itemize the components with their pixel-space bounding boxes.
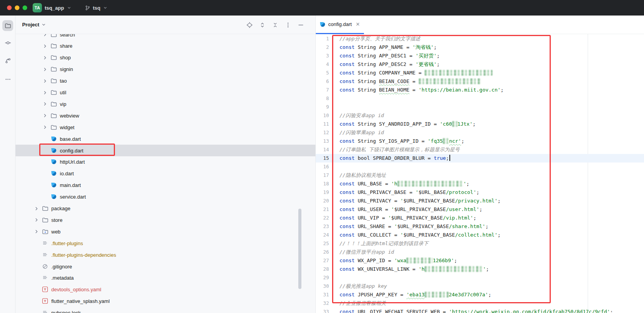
tree-item-signin[interactable]: signin xyxy=(16,64,315,75)
chevron-right-icon[interactable] xyxy=(42,124,48,130)
tree-item-package[interactable]: package xyxy=(16,203,315,214)
chevron-right-icon[interactable] xyxy=(42,66,48,73)
line-number: 24 xyxy=(316,231,329,239)
tree-item-vip[interactable]: vip xyxy=(16,98,315,110)
chevron-right-icon[interactable] xyxy=(33,206,40,212)
tree-item-web[interactable]: web xyxy=(16,226,315,237)
tree-item-label: httpUrl.dart xyxy=(60,159,85,165)
code-line-24: 24const URL_COLLECT = '$URL_PRIVACY_BASE… xyxy=(316,231,644,239)
hide-panel-icon xyxy=(298,22,304,28)
code-line-19: 19const URL_PRIVACY_BASE = '$URL_BASE/pr… xyxy=(316,188,644,197)
text-file-icon xyxy=(42,275,48,281)
tool-window-stripe xyxy=(0,16,16,313)
tree-item-label: .metadata xyxy=(51,275,74,281)
folder-icon xyxy=(50,89,57,96)
commit-tool-button[interactable] xyxy=(2,37,13,48)
code-line-9: 9 xyxy=(316,103,644,111)
chevron-right-icon[interactable] xyxy=(42,112,48,119)
version-control-tool-button[interactable] xyxy=(2,55,13,66)
code-line-7: 7const String BEIAN_HOME = 'https://beia… xyxy=(316,86,644,94)
maximize-window-button[interactable] xyxy=(23,5,27,10)
line-number: 29 xyxy=(316,273,329,282)
chevron-right-icon[interactable] xyxy=(42,55,48,61)
code-line-3: 3const String APP_DESC1 = '买好货'; xyxy=(316,52,644,60)
close-window-button[interactable] xyxy=(7,5,12,10)
tree-item-flutter-native-splash-yaml[interactable]: Yflutter_native_splash.yaml xyxy=(16,296,315,307)
tree-item-label: .gitignore xyxy=(51,264,72,270)
folder-icon xyxy=(50,43,57,49)
tree-item-service-dart[interactable]: service.dart xyxy=(16,191,315,203)
line-number: 15 xyxy=(316,154,329,163)
code-line-6: 6const String BEIAN_CODE = xyxy=(316,77,644,86)
tab-config-dart[interactable]: config.dart ✕ xyxy=(316,16,364,34)
text-caret xyxy=(449,155,450,161)
hide-panel-button[interactable] xyxy=(297,21,305,29)
tree-item--flutter-plugins-dependencies[interactable]: .flutter-plugins-dependencies xyxy=(16,249,315,261)
tree-item-io-dart[interactable]: io.dart xyxy=(16,168,315,180)
line-number: 25 xyxy=(316,239,329,248)
minimize-window-button[interactable] xyxy=(15,5,19,10)
tree-item-devtools-options-yaml[interactable]: Ydevtools_options.yaml xyxy=(16,284,315,296)
expand-all-button[interactable] xyxy=(258,21,266,29)
panel-options-button[interactable] xyxy=(284,21,292,29)
line-number: 30 xyxy=(316,282,329,291)
branch-name: tsq xyxy=(93,5,101,11)
editor-tab-bar: config.dart ✕ xyxy=(316,16,644,34)
chevron-right-icon[interactable] xyxy=(42,43,48,49)
tree-item-httpUrl-dart[interactable]: httpUrl.dart xyxy=(16,156,315,168)
tree-item-shop[interactable]: shop xyxy=(16,52,315,64)
tree-item-share[interactable]: share xyxy=(16,40,315,52)
code-line-11: 11const String SY_ANDROID_APP_ID = 'c601… xyxy=(316,120,644,128)
tree-item--metadata[interactable]: .metadata xyxy=(16,272,315,284)
tree-item-config-dart[interactable]: config.dart xyxy=(16,145,315,156)
tree-item-tao[interactable]: tao xyxy=(16,75,315,87)
redacted-secret xyxy=(452,121,458,127)
code-line-32: 32//企业微信客服相关 xyxy=(316,299,644,308)
chevron-right-icon[interactable] xyxy=(33,217,40,223)
tree-item-main-dart[interactable]: main.dart xyxy=(16,180,315,191)
more-tool-windows-button[interactable] xyxy=(2,74,13,85)
tree-item--flutter-plugins[interactable]: .flutter-plugins xyxy=(16,237,315,249)
project-widget[interactable]: TA tsq_app xyxy=(33,3,71,12)
dart-icon xyxy=(50,182,57,188)
redacted-secret xyxy=(443,138,449,144)
chevron-down-icon xyxy=(103,5,108,10)
tree-scrollbar[interactable] xyxy=(298,209,301,289)
chevron-right-icon[interactable] xyxy=(42,90,48,96)
project-tree[interactable]: searchshareshopsignintaoutilvipwebviewwi… xyxy=(16,16,315,313)
tree-item-label: store xyxy=(51,217,63,223)
line-number: 13 xyxy=(316,137,329,145)
ignored-file-icon xyxy=(42,263,48,270)
git-branch-widget[interactable]: tsq xyxy=(85,3,108,12)
chevron-right-icon[interactable] xyxy=(42,78,48,84)
project-tool-button[interactable] xyxy=(2,20,13,31)
chevron-down-icon[interactable] xyxy=(41,22,46,27)
dart-icon xyxy=(50,194,57,200)
code-line-14: 14//订单隐私 下级订单图片模糊显示，标题显示为星号 xyxy=(316,145,644,154)
tree-item-label: devtools_options.yaml xyxy=(51,287,101,292)
tree-item--gitignore[interactable]: .gitignore xyxy=(16,261,315,272)
tree-item-webview[interactable]: webview xyxy=(16,110,315,121)
tree-item-widget[interactable]: widget xyxy=(16,121,315,133)
tree-item-label: .flutter-plugins xyxy=(51,240,83,246)
dart-icon xyxy=(50,170,57,176)
line-number: 5 xyxy=(316,69,329,77)
redacted-secret xyxy=(406,258,433,263)
line-number: 12 xyxy=(316,128,329,137)
tree-item-store[interactable]: store xyxy=(16,214,315,226)
line-number: 2 xyxy=(316,43,329,52)
close-tab-icon[interactable]: ✕ xyxy=(356,21,360,27)
chevron-right-icon[interactable] xyxy=(42,101,48,107)
tree-item-label: webview xyxy=(60,113,79,119)
line-number: 7 xyxy=(316,86,329,94)
code-editor[interactable]: 1//app分享页、关于我们的文字描述2const String APP_NAM… xyxy=(316,34,644,313)
tree-item-util[interactable]: util xyxy=(16,87,315,99)
tree-item-label: vip xyxy=(60,101,66,107)
locate-file-button[interactable] xyxy=(245,21,253,29)
chevron-right-icon[interactable] xyxy=(33,228,40,235)
dart-icon xyxy=(50,147,57,154)
line-number: 21 xyxy=(316,205,329,214)
tree-item-pubspec-lock[interactable]: pubspec.lock xyxy=(16,307,315,313)
tree-item-base-dart[interactable]: base.dart xyxy=(16,133,315,145)
collapse-all-button[interactable] xyxy=(271,21,279,29)
